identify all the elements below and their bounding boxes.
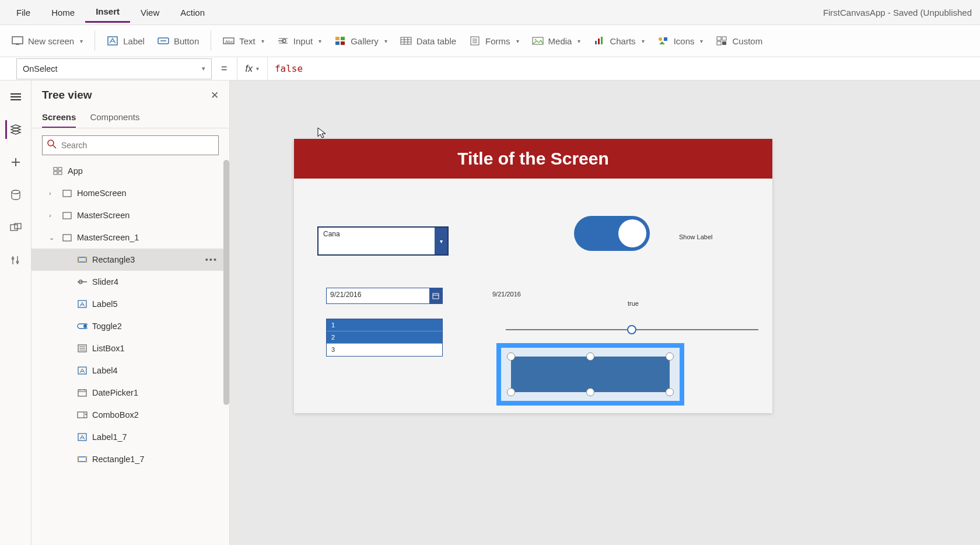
toggle-control[interactable] [574, 216, 650, 251]
true-label-text[interactable]: true [628, 300, 639, 307]
chevron-icon[interactable]: ⌄ [49, 234, 57, 242]
tree-item-toggle2[interactable]: Toggle2 [32, 315, 229, 337]
chevron-down-icon[interactable]: ▾ [435, 228, 447, 254]
date-label-text[interactable]: 9/21/2016 [492, 291, 521, 298]
screen-title-bar[interactable]: Title of the Screen [294, 139, 772, 179]
tree-item-label5[interactable]: Label5 [32, 293, 229, 315]
menu-home[interactable]: Home [41, 3, 85, 22]
chevron-down-icon: ▾ [256, 65, 259, 72]
slider-control[interactable] [506, 329, 758, 330]
tree-item-label: Rectangle3 [92, 255, 135, 264]
design-canvas[interactable]: Title of the Screen Cana ▾ Show Label 9/… [294, 139, 772, 413]
selected-rectangle[interactable] [496, 343, 684, 406]
tree-item-homescreen[interactable]: ›HomeScreen [32, 182, 229, 204]
listbox-control[interactable]: 1 2 3 [326, 319, 443, 357]
resize-handle[interactable] [666, 388, 674, 396]
tree-item-datepicker1[interactable]: DatePicker1 [32, 382, 229, 404]
screen-icon [62, 210, 72, 221]
property-value: OnSelect [23, 64, 58, 74]
datepicker-value: 9/21/2016 [327, 288, 429, 303]
gallery-button[interactable]: Gallery ▾ [328, 32, 393, 50]
svg-rect-27 [598, 39, 600, 44]
tree-item-label4[interactable]: Label4 [32, 359, 229, 382]
label-icon [77, 432, 88, 442]
left-rail [0, 81, 32, 545]
calendar-icon[interactable] [429, 288, 442, 303]
fx-button[interactable]: fx ▾ [237, 57, 268, 81]
resize-handle[interactable] [586, 388, 594, 396]
resize-handle[interactable] [507, 388, 515, 396]
charts-label: Charts [610, 36, 635, 46]
tree-item-rectangle1_7[interactable]: Rectangle1_7 [32, 448, 229, 470]
media-button[interactable]: Media ▾ [526, 32, 587, 50]
new-screen-button[interactable]: New screen ▾ [6, 32, 89, 50]
data-icon[interactable] [6, 186, 25, 204]
data-table-icon [400, 35, 412, 47]
svg-rect-70 [78, 367, 86, 374]
tree-item-slider4[interactable]: Slider4 [32, 271, 229, 293]
toggle-knob [618, 219, 646, 247]
resize-handle[interactable] [507, 352, 515, 361]
search-input[interactable] [61, 141, 214, 150]
tree-item-label1_7[interactable]: Label1_7 [32, 426, 229, 448]
icons-button[interactable]: Icons ▾ [652, 32, 709, 50]
resize-handle[interactable] [586, 352, 594, 361]
svg-rect-30 [664, 37, 667, 41]
input-button[interactable]: Input ▾ [271, 32, 327, 50]
list-icon [77, 343, 88, 354]
tree-item-masterscreen[interactable]: ›MasterScreen [32, 204, 229, 226]
tree-item-rectangle3[interactable]: Rectangle3••• [32, 249, 229, 271]
menu-insert[interactable]: Insert [85, 2, 130, 23]
tree-item-masterscreen_1[interactable]: ⌄MasterScreen_1 [32, 226, 229, 249]
show-label-text[interactable]: Show Label [679, 233, 713, 240]
chevron-icon[interactable]: › [49, 212, 57, 219]
canvas-area[interactable]: Title of the Screen Cana ▾ Show Label 9/… [230, 81, 980, 545]
forms-icon [469, 35, 481, 47]
data-table-button[interactable]: Data table [394, 32, 462, 50]
svg-rect-71 [78, 390, 86, 396]
datepicker-control[interactable]: 9/21/2016 [326, 288, 443, 304]
close-icon[interactable]: ✕ [211, 89, 219, 102]
combobox-control[interactable]: Cana ▾ [317, 226, 449, 256]
forms-button[interactable]: Forms ▾ [463, 32, 525, 50]
resize-handle[interactable] [666, 352, 674, 361]
list-item[interactable]: 3 [327, 344, 442, 356]
hamburger-icon[interactable] [6, 88, 25, 106]
tree-view-icon[interactable] [5, 120, 24, 139]
svg-point-47 [48, 140, 54, 146]
svg-rect-56 [78, 257, 86, 262]
text-button[interactable]: Abc Text ▾ [217, 32, 270, 50]
tab-components[interactable]: Components [90, 107, 139, 128]
tree-item-app[interactable]: App [32, 160, 229, 182]
search-box[interactable] [42, 135, 219, 155]
list-item[interactable]: 1 [327, 319, 442, 331]
charts-button[interactable]: Charts ▾ [587, 32, 650, 50]
svg-rect-26 [595, 41, 597, 44]
formula-input[interactable] [268, 58, 980, 80]
label-button[interactable]: Label [101, 32, 150, 50]
custom-button[interactable]: Custom [710, 32, 768, 50]
new-screen-label: New screen [28, 36, 74, 46]
menu-file[interactable]: File [6, 3, 41, 22]
button-button[interactable]: Button [152, 32, 205, 50]
list-item[interactable]: 2 [327, 331, 442, 344]
tree-item-combobox2[interactable]: ComboBox2 [32, 404, 229, 426]
svg-rect-77 [78, 434, 86, 441]
chevron-icon[interactable]: › [49, 190, 57, 197]
media-rail-icon[interactable] [6, 218, 25, 237]
new-screen-icon [12, 35, 23, 47]
tab-screens[interactable]: Screens [42, 107, 76, 128]
slider-thumb[interactable] [627, 325, 636, 334]
scrollbar[interactable] [223, 160, 229, 428]
menu-action[interactable]: Action [170, 3, 215, 22]
equals-sign: = [212, 62, 237, 75]
menu-view[interactable]: View [130, 3, 170, 22]
media-label: Media [548, 36, 572, 46]
insert-icon[interactable] [6, 153, 25, 172]
more-icon[interactable]: ••• [205, 255, 218, 264]
property-selector[interactable]: OnSelect ▾ [16, 58, 212, 79]
scrollbar-thumb[interactable] [223, 160, 229, 405]
advanced-tools-icon[interactable] [6, 251, 25, 270]
tree-item-listbox1[interactable]: ListBox1 [32, 337, 229, 359]
tree-item-label: Rectangle1_7 [92, 455, 145, 464]
